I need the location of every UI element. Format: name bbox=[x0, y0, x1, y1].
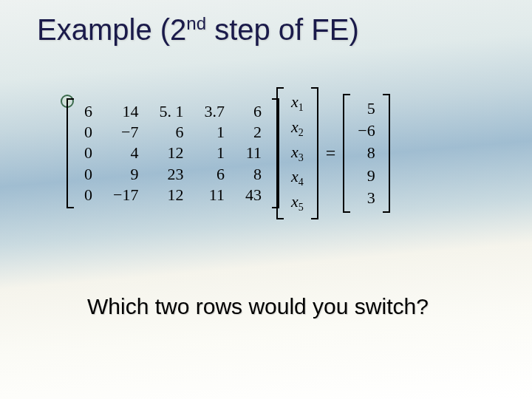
matrix-row: 0 4 12 1 11 bbox=[74, 143, 272, 163]
matrix-cell: 5. 1 bbox=[149, 101, 194, 122]
rhs-table: 5 −6 8 9 3 bbox=[350, 97, 382, 210]
matrix-cell: 6 bbox=[194, 164, 235, 185]
matrix-cell: 1 bbox=[194, 122, 235, 143]
matrix-cell: 0 bbox=[74, 122, 103, 143]
matrix-row: 0 −7 6 1 2 bbox=[74, 122, 272, 143]
matrix-row: 6 14 5. 1 3.7 6 bbox=[74, 101, 272, 122]
matrix-cell: 12 bbox=[149, 185, 194, 205]
matrix-cell: 11 bbox=[235, 143, 272, 163]
rhs-cell: 3 bbox=[352, 188, 381, 208]
slide: Example (2nd step of FE) 6 14 5. 1 3.7 6… bbox=[0, 0, 532, 399]
matrix-cell: 14 bbox=[103, 101, 149, 122]
matrix-cell: 6 bbox=[149, 122, 194, 143]
rhs-cell: −6 bbox=[352, 120, 381, 141]
x-entry: x5 bbox=[285, 191, 310, 215]
matrix-cell: 4 bbox=[103, 143, 149, 163]
rhs-cell: 9 bbox=[352, 166, 381, 186]
question-text: Which two rows would you switch? bbox=[87, 294, 429, 319]
x-vector-table: x1 x2 x3 x4 x5 bbox=[284, 90, 311, 216]
matrix-row: 0 −17 12 11 43 bbox=[74, 185, 272, 205]
title-sup: nd bbox=[186, 13, 206, 33]
matrix-cell: 23 bbox=[149, 164, 194, 185]
matrix-cell: 0 bbox=[74, 143, 103, 163]
matrix-cell: 8 bbox=[235, 164, 272, 185]
x-vector: x1 x2 x3 x4 x5 bbox=[276, 87, 318, 219]
equals-sign: = bbox=[318, 143, 344, 163]
matrix-cell: 3.7 bbox=[194, 101, 235, 122]
matrix-cell: 9 bbox=[103, 164, 149, 185]
matrix-row: 0 9 23 6 8 bbox=[74, 164, 272, 185]
slide-title: Example (2nd step of FE) bbox=[37, 13, 359, 47]
matrix-cell: 1 bbox=[194, 143, 235, 163]
matrix-cell: 11 bbox=[194, 185, 235, 205]
matrix-cell: 0 bbox=[74, 164, 103, 185]
matrix-cell: 6 bbox=[235, 101, 272, 122]
coefficient-matrix: 6 14 5. 1 3.7 6 0 −7 6 1 2 0 4 12 bbox=[66, 98, 279, 208]
equation: 6 14 5. 1 3.7 6 0 −7 6 1 2 0 4 12 bbox=[66, 87, 390, 219]
rhs-cell: 8 bbox=[352, 143, 381, 163]
matrix-cell: 43 bbox=[235, 185, 272, 205]
title-post: step of FE) bbox=[206, 13, 359, 46]
x-entry: x2 bbox=[285, 117, 310, 140]
x-entry: x1 bbox=[285, 92, 310, 115]
x-entry: x4 bbox=[285, 166, 310, 190]
matrix-table: 6 14 5. 1 3.7 6 0 −7 6 1 2 0 4 12 bbox=[74, 101, 272, 205]
rhs-vector: 5 −6 8 9 3 bbox=[343, 94, 389, 213]
matrix-cell: −17 bbox=[103, 185, 149, 205]
matrix-cell: −7 bbox=[103, 122, 149, 143]
x-entry: x3 bbox=[285, 142, 310, 166]
matrix-cell: 0 bbox=[74, 185, 103, 205]
rhs-cell: 5 bbox=[352, 98, 381, 119]
title-pre: Example (2 bbox=[37, 13, 186, 46]
matrix-cell: 12 bbox=[149, 143, 194, 163]
matrix-cell: 6 bbox=[74, 101, 103, 122]
matrix-cell: 2 bbox=[235, 122, 272, 143]
